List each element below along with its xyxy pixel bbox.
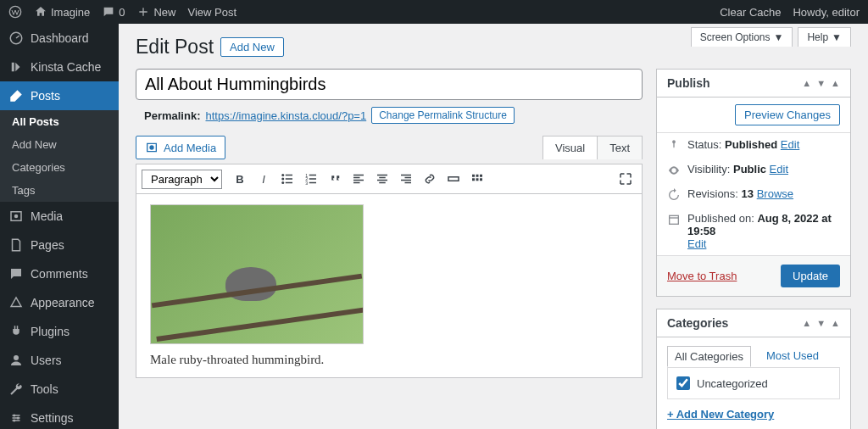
svg-point-9	[281, 174, 284, 176]
help-tab[interactable]: Help ▼	[798, 27, 851, 47]
svg-rect-22	[670, 215, 679, 224]
svg-point-2	[14, 214, 19, 219]
align-left-button[interactable]	[348, 168, 370, 190]
edit-date-link[interactable]: Edit	[687, 237, 706, 250]
sidebar-item-kinsta-cache[interactable]: Kinsta Cache	[0, 53, 119, 81]
post-title-input[interactable]	[136, 69, 643, 100]
svg-point-5	[17, 417, 19, 420]
link-button[interactable]	[419, 168, 441, 190]
align-right-button[interactable]	[395, 168, 417, 190]
submenu-categories[interactable]: Categories	[0, 156, 119, 179]
category-list: Uncategorized	[667, 367, 840, 399]
move-up-icon[interactable]: ▲	[802, 318, 811, 328]
sidebar-item-settings[interactable]: Settings	[0, 404, 119, 429]
sidebar-item-label: Kinsta Cache	[31, 60, 101, 74]
wp-logo-icon[interactable]	[8, 5, 22, 19]
format-select[interactable]: Paragraph	[142, 170, 222, 189]
admin-bar-left: Imagine 0 New View Post	[8, 5, 236, 19]
browse-revisions-link[interactable]: Browse	[757, 187, 793, 200]
toggle-icon[interactable]: ▲	[831, 318, 840, 328]
permalink-url[interactable]: https://imagine.kinsta.cloud/?p=1	[205, 109, 366, 122]
category-item[interactable]: Uncategorized	[676, 376, 831, 390]
svg-rect-17	[476, 175, 479, 177]
admin-bar-right: Clear Cache Howdy, editor	[720, 6, 860, 19]
sidebar-item-plugins[interactable]: Plugins	[0, 317, 119, 346]
editor-body[interactable]: Male ruby-throated hummingbird.	[136, 194, 642, 377]
preview-changes-button[interactable]: Preview Changes	[735, 104, 840, 125]
screen-options-tab[interactable]: Screen Options ▼	[691, 27, 793, 47]
move-to-trash-link[interactable]: Move to Trash	[667, 270, 737, 282]
sidebar-item-label: Settings	[31, 411, 74, 425]
sidebar-item-dashboard[interactable]: Dashboard	[0, 24, 119, 53]
blockquote-button[interactable]	[324, 168, 346, 190]
sidebar-item-posts[interactable]: Posts	[0, 81, 119, 110]
categories-title: Categories	[667, 316, 728, 330]
tab-most-used[interactable]: Most Used	[760, 346, 826, 367]
svg-rect-21	[480, 178, 482, 181]
italic-button[interactable]: I	[253, 168, 275, 190]
move-up-icon[interactable]: ▲	[802, 78, 811, 88]
admin-bar: Imagine 0 New View Post Clear Cache Howd…	[0, 0, 868, 24]
sidebar-item-comments[interactable]: Comments	[0, 259, 119, 288]
side-column: Publish ▲▼▲ Preview Changes Status: Publ…	[656, 69, 851, 429]
svg-point-6	[13, 420, 15, 422]
sidebar-item-label: Appearance	[31, 296, 95, 309]
howdy-link[interactable]: Howdy, editor	[793, 6, 860, 19]
align-center-button[interactable]	[371, 168, 393, 190]
category-checkbox[interactable]	[676, 376, 690, 390]
publish-title: Publish	[667, 76, 710, 90]
read-more-button[interactable]	[442, 168, 465, 190]
visibility-row: Visibility: Public Edit	[657, 158, 850, 182]
tab-all-categories[interactable]: All Categories	[667, 346, 751, 367]
submenu-add-new[interactable]: Add New	[0, 133, 119, 156]
submenu-tags[interactable]: Tags	[0, 179, 119, 202]
visual-tab[interactable]: Visual	[542, 136, 598, 159]
move-down-icon[interactable]: ▼	[816, 78, 826, 88]
chevron-down-icon: ▼	[832, 31, 842, 43]
categories-metabox: Categories ▲▼▲ All Categories Most Used …	[656, 309, 851, 429]
sidebar-item-users[interactable]: Users	[0, 346, 119, 375]
view-post-link[interactable]: View Post	[188, 6, 237, 19]
add-new-category-link[interactable]: + Add New Category	[667, 408, 774, 421]
new-link[interactable]: New	[136, 5, 175, 19]
sidebar-item-label: Posts	[31, 89, 60, 103]
edit-status-link[interactable]: Edit	[781, 138, 799, 151]
page-title: Edit Post	[136, 36, 214, 58]
sidebar-item-pages[interactable]: Pages	[0, 231, 119, 259]
move-down-icon[interactable]: ▼	[816, 318, 826, 328]
published-row: Published on: Aug 8, 2022 at 19:58Edit	[657, 207, 850, 255]
sidebar-item-tools[interactable]: Tools	[0, 375, 119, 404]
text-tab[interactable]: Text	[597, 136, 643, 159]
svg-point-3	[14, 355, 19, 360]
editor-toolbar: Paragraph B I 123	[136, 164, 642, 194]
svg-rect-16	[472, 175, 475, 177]
editor-mode-tabs: Visual Text	[543, 136, 643, 159]
change-permalink-button[interactable]: Change Permalink Structure	[371, 107, 515, 124]
edit-visibility-link[interactable]: Edit	[770, 163, 788, 176]
bullet-list-button[interactable]	[276, 168, 298, 190]
publish-metabox: Publish ▲▼▲ Preview Changes Status: Publ…	[656, 69, 851, 297]
comments-link[interactable]: 0	[102, 5, 125, 19]
bold-button[interactable]: B	[229, 168, 251, 190]
site-link[interactable]: Imagine	[34, 5, 90, 19]
submenu-all-posts[interactable]: All Posts	[0, 110, 119, 133]
sidebar-item-appearance[interactable]: Appearance	[0, 288, 119, 317]
posts-submenu: All Posts Add New Categories Tags	[0, 110, 119, 202]
admin-sidebar: Dashboard Kinsta Cache Posts All Posts A…	[0, 24, 119, 429]
svg-point-0	[9, 6, 20, 17]
add-media-button[interactable]: Add Media	[136, 136, 225, 159]
image-caption: Male ruby-throated hummingbird.	[150, 353, 628, 367]
update-button[interactable]: Update	[781, 265, 840, 287]
content-area: Screen Options ▼ Help ▼ Edit Post Add Ne…	[119, 24, 868, 429]
toolbar-toggle-button[interactable]	[466, 168, 488, 190]
revisions-row: Revisions: 13 Browse	[657, 182, 850, 207]
fullscreen-button[interactable]	[615, 168, 637, 190]
post-image[interactable]	[150, 204, 364, 344]
add-new-button[interactable]: Add New	[220, 37, 284, 57]
clear-cache-link[interactable]: Clear Cache	[720, 6, 781, 19]
numbered-list-button[interactable]: 123	[300, 168, 322, 190]
chevron-down-icon: ▼	[774, 31, 784, 43]
new-label: New	[153, 6, 175, 19]
toggle-icon[interactable]: ▲	[831, 78, 840, 88]
sidebar-item-media[interactable]: Media	[0, 202, 119, 231]
